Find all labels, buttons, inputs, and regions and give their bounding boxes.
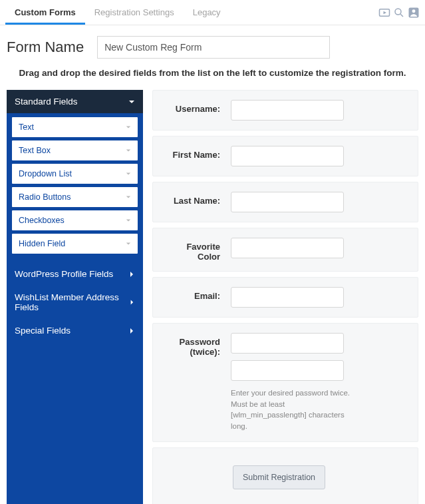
video-icon[interactable] — [378, 7, 390, 19]
chevron-down-icon — [126, 125, 131, 130]
form-preview: Username: First Name: Last Name: Favorit… — [152, 90, 418, 504]
chevron-down-icon — [128, 99, 135, 105]
form-label-favorite-color: Favorite Color — [164, 238, 220, 262]
chevron-down-icon — [126, 148, 131, 153]
field-item-label: Hidden Field — [19, 239, 65, 248]
accordion-standard-fields-label: Standard Fields — [15, 97, 78, 107]
form-label-email: Email: — [164, 287, 220, 301]
form-row-username[interactable]: Username: — [152, 90, 418, 130]
chevron-right-icon — [129, 299, 135, 306]
chevron-right-icon — [128, 271, 135, 278]
field-item-dropdown[interactable]: Dropdown List — [12, 164, 138, 184]
lastname-input[interactable] — [231, 192, 344, 212]
field-item-checkboxes[interactable]: Checkboxes — [12, 210, 138, 230]
field-item-label: Text Box — [19, 146, 51, 155]
accordion-wp-profile-fields-label: WordPress Profile Fields — [15, 269, 113, 279]
chevron-right-icon — [128, 328, 135, 334]
username-input[interactable] — [231, 100, 344, 121]
tab-custom-forms[interactable]: Custom Forms — [5, 1, 85, 25]
form-label-password: Password (twice): — [164, 333, 220, 357]
field-item-label: Text — [19, 123, 34, 132]
form-row-favorite-color[interactable]: Favorite Color — [152, 228, 418, 272]
form-label-lastname: Last Name: — [164, 192, 220, 206]
accordion-standard-fields[interactable]: Standard Fields — [7, 90, 143, 113]
accordion-special-fields-label: Special Fields — [15, 326, 71, 336]
email-input[interactable] — [231, 287, 344, 308]
form-row-lastname[interactable]: Last Name: — [152, 182, 418, 222]
accordion-wlm-address-fields[interactable]: WishList Member Address Fields — [7, 286, 143, 319]
chevron-down-icon — [126, 171, 131, 176]
tab-registration-settings[interactable]: Registration Settings — [85, 1, 184, 25]
favorite-color-input[interactable] — [231, 238, 344, 258]
form-label-firstname: First Name: — [164, 146, 220, 160]
form-row-password[interactable]: Password (twice): Enter your desired pas… — [152, 323, 418, 442]
tab-legacy[interactable]: Legacy — [184, 1, 230, 25]
form-name-label: Form Name — [7, 39, 84, 56]
field-item-label: Dropdown List — [19, 169, 72, 178]
field-item-label: Radio Buttons — [19, 192, 71, 202]
svg-point-3 — [412, 9, 416, 13]
field-item-radio[interactable]: Radio Buttons — [12, 187, 138, 207]
chevron-down-icon — [126, 241, 131, 246]
form-label-username: Username: — [164, 100, 220, 114]
user-icon[interactable] — [408, 7, 420, 19]
instructions-text: Drag and drop the desired fields from th… — [0, 67, 425, 90]
accordion-special-fields[interactable]: Special Fields — [7, 319, 143, 342]
password-confirm-input[interactable] — [231, 360, 344, 381]
field-item-textbox[interactable]: Text Box — [12, 140, 138, 160]
field-item-text[interactable]: Text — [12, 117, 138, 137]
password-input[interactable] — [231, 333, 344, 354]
field-item-label: Checkboxes — [19, 216, 65, 225]
chevron-down-icon — [126, 194, 131, 200]
field-item-hidden[interactable]: Hidden Field — [12, 234, 138, 254]
chevron-down-icon — [126, 218, 131, 223]
password-helper-text: Enter your desired password twice. Must … — [231, 387, 351, 432]
form-row-firstname[interactable]: First Name: — [152, 136, 418, 176]
form-name-input[interactable] — [97, 36, 330, 59]
svg-point-1 — [395, 9, 401, 15]
firstname-input[interactable] — [231, 146, 344, 166]
form-row-email[interactable]: Email: — [152, 277, 418, 318]
accordion-wp-profile-fields[interactable]: WordPress Profile Fields — [7, 262, 143, 286]
form-row-submit[interactable]: Submit Registration — [152, 447, 418, 504]
submit-registration-button[interactable]: Submit Registration — [233, 465, 325, 489]
fields-sidebar: Standard Fields Text Text Box Dropdown L… — [7, 90, 143, 504]
search-icon[interactable] — [393, 7, 405, 19]
accordion-wlm-address-fields-label: WishList Member Address Fields — [15, 292, 129, 312]
